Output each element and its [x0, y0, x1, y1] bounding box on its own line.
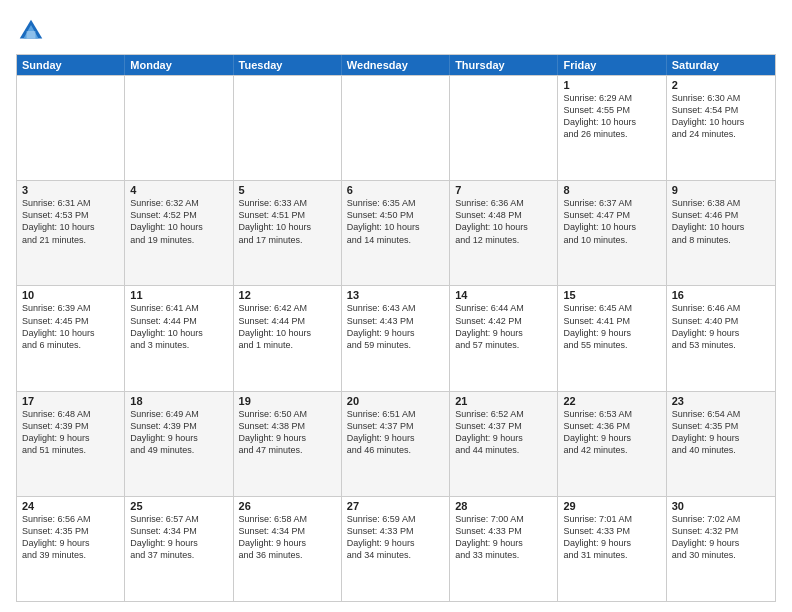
- day-info: Sunrise: 6:35 AMSunset: 4:50 PMDaylight:…: [347, 197, 444, 246]
- day-info: Sunrise: 7:02 AMSunset: 4:32 PMDaylight:…: [672, 513, 770, 562]
- day-cell-20: 20Sunrise: 6:51 AMSunset: 4:37 PMDayligh…: [342, 392, 450, 496]
- day-number: 15: [563, 289, 660, 301]
- day-info: Sunrise: 7:00 AMSunset: 4:33 PMDaylight:…: [455, 513, 552, 562]
- day-info: Sunrise: 6:33 AMSunset: 4:51 PMDaylight:…: [239, 197, 336, 246]
- calendar-row-3: 10Sunrise: 6:39 AMSunset: 4:45 PMDayligh…: [17, 285, 775, 390]
- day-number: 18: [130, 395, 227, 407]
- day-info: Sunrise: 6:49 AMSunset: 4:39 PMDaylight:…: [130, 408, 227, 457]
- header-day-wednesday: Wednesday: [342, 55, 450, 75]
- day-info: Sunrise: 6:59 AMSunset: 4:33 PMDaylight:…: [347, 513, 444, 562]
- day-cell-11: 11Sunrise: 6:41 AMSunset: 4:44 PMDayligh…: [125, 286, 233, 390]
- day-number: 23: [672, 395, 770, 407]
- day-info: Sunrise: 6:46 AMSunset: 4:40 PMDaylight:…: [672, 302, 770, 351]
- empty-cell-0-2: [234, 76, 342, 180]
- day-number: 13: [347, 289, 444, 301]
- day-cell-1: 1Sunrise: 6:29 AMSunset: 4:55 PMDaylight…: [558, 76, 666, 180]
- day-number: 17: [22, 395, 119, 407]
- day-info: Sunrise: 6:38 AMSunset: 4:46 PMDaylight:…: [672, 197, 770, 246]
- day-info: Sunrise: 6:36 AMSunset: 4:48 PMDaylight:…: [455, 197, 552, 246]
- day-cell-6: 6Sunrise: 6:35 AMSunset: 4:50 PMDaylight…: [342, 181, 450, 285]
- day-cell-10: 10Sunrise: 6:39 AMSunset: 4:45 PMDayligh…: [17, 286, 125, 390]
- calendar-row-2: 3Sunrise: 6:31 AMSunset: 4:53 PMDaylight…: [17, 180, 775, 285]
- calendar: SundayMondayTuesdayWednesdayThursdayFrid…: [16, 54, 776, 602]
- day-number: 6: [347, 184, 444, 196]
- day-cell-21: 21Sunrise: 6:52 AMSunset: 4:37 PMDayligh…: [450, 392, 558, 496]
- day-number: 29: [563, 500, 660, 512]
- day-cell-14: 14Sunrise: 6:44 AMSunset: 4:42 PMDayligh…: [450, 286, 558, 390]
- calendar-row-4: 17Sunrise: 6:48 AMSunset: 4:39 PMDayligh…: [17, 391, 775, 496]
- day-cell-12: 12Sunrise: 6:42 AMSunset: 4:44 PMDayligh…: [234, 286, 342, 390]
- day-number: 19: [239, 395, 336, 407]
- day-number: 4: [130, 184, 227, 196]
- day-number: 3: [22, 184, 119, 196]
- day-info: Sunrise: 6:51 AMSunset: 4:37 PMDaylight:…: [347, 408, 444, 457]
- day-number: 5: [239, 184, 336, 196]
- day-cell-26: 26Sunrise: 6:58 AMSunset: 4:34 PMDayligh…: [234, 497, 342, 601]
- day-info: Sunrise: 6:30 AMSunset: 4:54 PMDaylight:…: [672, 92, 770, 141]
- day-info: Sunrise: 6:43 AMSunset: 4:43 PMDaylight:…: [347, 302, 444, 351]
- day-cell-5: 5Sunrise: 6:33 AMSunset: 4:51 PMDaylight…: [234, 181, 342, 285]
- svg-rect-2: [27, 31, 36, 39]
- day-cell-28: 28Sunrise: 7:00 AMSunset: 4:33 PMDayligh…: [450, 497, 558, 601]
- empty-cell-0-1: [125, 76, 233, 180]
- day-number: 20: [347, 395, 444, 407]
- day-info: Sunrise: 6:56 AMSunset: 4:35 PMDaylight:…: [22, 513, 119, 562]
- day-number: 11: [130, 289, 227, 301]
- day-info: Sunrise: 6:45 AMSunset: 4:41 PMDaylight:…: [563, 302, 660, 351]
- day-info: Sunrise: 6:50 AMSunset: 4:38 PMDaylight:…: [239, 408, 336, 457]
- header-day-monday: Monday: [125, 55, 233, 75]
- day-cell-13: 13Sunrise: 6:43 AMSunset: 4:43 PMDayligh…: [342, 286, 450, 390]
- day-cell-17: 17Sunrise: 6:48 AMSunset: 4:39 PMDayligh…: [17, 392, 125, 496]
- day-info: Sunrise: 6:32 AMSunset: 4:52 PMDaylight:…: [130, 197, 227, 246]
- day-cell-2: 2Sunrise: 6:30 AMSunset: 4:54 PMDaylight…: [667, 76, 775, 180]
- day-number: 7: [455, 184, 552, 196]
- day-number: 24: [22, 500, 119, 512]
- day-info: Sunrise: 6:44 AMSunset: 4:42 PMDaylight:…: [455, 302, 552, 351]
- calendar-row-5: 24Sunrise: 6:56 AMSunset: 4:35 PMDayligh…: [17, 496, 775, 601]
- day-number: 22: [563, 395, 660, 407]
- day-cell-19: 19Sunrise: 6:50 AMSunset: 4:38 PMDayligh…: [234, 392, 342, 496]
- day-number: 12: [239, 289, 336, 301]
- day-cell-18: 18Sunrise: 6:49 AMSunset: 4:39 PMDayligh…: [125, 392, 233, 496]
- header-day-thursday: Thursday: [450, 55, 558, 75]
- day-number: 16: [672, 289, 770, 301]
- day-info: Sunrise: 6:42 AMSunset: 4:44 PMDaylight:…: [239, 302, 336, 351]
- day-info: Sunrise: 6:48 AMSunset: 4:39 PMDaylight:…: [22, 408, 119, 457]
- calendar-body: 1Sunrise: 6:29 AMSunset: 4:55 PMDaylight…: [17, 75, 775, 601]
- day-cell-4: 4Sunrise: 6:32 AMSunset: 4:52 PMDaylight…: [125, 181, 233, 285]
- day-info: Sunrise: 6:37 AMSunset: 4:47 PMDaylight:…: [563, 197, 660, 246]
- day-number: 1: [563, 79, 660, 91]
- day-number: 14: [455, 289, 552, 301]
- day-info: Sunrise: 6:52 AMSunset: 4:37 PMDaylight:…: [455, 408, 552, 457]
- day-number: 10: [22, 289, 119, 301]
- day-cell-9: 9Sunrise: 6:38 AMSunset: 4:46 PMDaylight…: [667, 181, 775, 285]
- day-cell-8: 8Sunrise: 6:37 AMSunset: 4:47 PMDaylight…: [558, 181, 666, 285]
- day-number: 28: [455, 500, 552, 512]
- day-number: 21: [455, 395, 552, 407]
- page: SundayMondayTuesdayWednesdayThursdayFrid…: [0, 0, 792, 612]
- day-info: Sunrise: 6:39 AMSunset: 4:45 PMDaylight:…: [22, 302, 119, 351]
- day-number: 2: [672, 79, 770, 91]
- day-number: 25: [130, 500, 227, 512]
- empty-cell-0-4: [450, 76, 558, 180]
- day-number: 30: [672, 500, 770, 512]
- day-info: Sunrise: 6:29 AMSunset: 4:55 PMDaylight:…: [563, 92, 660, 141]
- header: [16, 16, 776, 46]
- empty-cell-0-3: [342, 76, 450, 180]
- day-info: Sunrise: 6:31 AMSunset: 4:53 PMDaylight:…: [22, 197, 119, 246]
- day-cell-16: 16Sunrise: 6:46 AMSunset: 4:40 PMDayligh…: [667, 286, 775, 390]
- logo: [16, 16, 50, 46]
- day-info: Sunrise: 7:01 AMSunset: 4:33 PMDaylight:…: [563, 513, 660, 562]
- day-cell-3: 3Sunrise: 6:31 AMSunset: 4:53 PMDaylight…: [17, 181, 125, 285]
- day-number: 8: [563, 184, 660, 196]
- day-cell-22: 22Sunrise: 6:53 AMSunset: 4:36 PMDayligh…: [558, 392, 666, 496]
- day-info: Sunrise: 6:58 AMSunset: 4:34 PMDaylight:…: [239, 513, 336, 562]
- day-info: Sunrise: 6:54 AMSunset: 4:35 PMDaylight:…: [672, 408, 770, 457]
- day-cell-15: 15Sunrise: 6:45 AMSunset: 4:41 PMDayligh…: [558, 286, 666, 390]
- empty-cell-0-0: [17, 76, 125, 180]
- logo-icon: [16, 16, 46, 46]
- day-cell-30: 30Sunrise: 7:02 AMSunset: 4:32 PMDayligh…: [667, 497, 775, 601]
- header-day-tuesday: Tuesday: [234, 55, 342, 75]
- day-cell-29: 29Sunrise: 7:01 AMSunset: 4:33 PMDayligh…: [558, 497, 666, 601]
- calendar-header: SundayMondayTuesdayWednesdayThursdayFrid…: [17, 55, 775, 75]
